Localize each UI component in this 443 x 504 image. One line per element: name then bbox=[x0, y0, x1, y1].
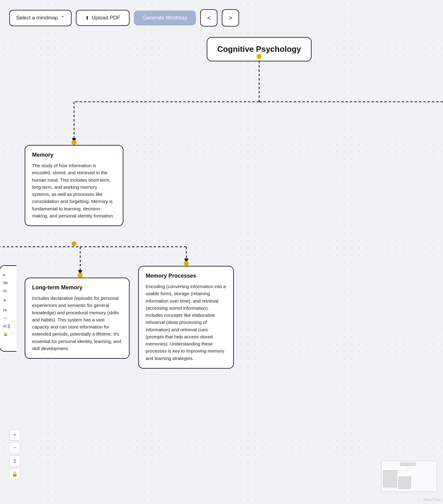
root-node-title: Cognitive Psychology bbox=[216, 44, 302, 54]
memory-node[interactable]: Memory The study of how information is e… bbox=[25, 145, 123, 226]
tool-fit-button[interactable]: [] bbox=[9, 455, 20, 466]
generate-mindmap-button[interactable]: Generate Mindmap bbox=[134, 10, 196, 25]
root-bottom-dot bbox=[257, 54, 262, 59]
generate-label: Generate Mindmap bbox=[143, 15, 188, 21]
toolbar: Select a mindmap ⌃ ⬆ Upload PDF Generate… bbox=[9, 9, 239, 27]
svg-rect-11 bbox=[383, 470, 397, 487]
processes-top-dot bbox=[184, 261, 189, 266]
memory-top-dot bbox=[72, 140, 77, 145]
react-flow-label: React Flow bbox=[424, 498, 441, 502]
longterm-top-dot bbox=[78, 273, 83, 278]
processes-node-title: Memory Processes bbox=[146, 273, 226, 279]
longterm-node-title: Long-term Memory bbox=[32, 284, 122, 291]
svg-rect-10 bbox=[400, 463, 416, 466]
chevron-left-icon: < bbox=[207, 14, 211, 22]
minimap bbox=[381, 461, 437, 492]
processes-node[interactable]: Memory Processes Encoding (converting in… bbox=[138, 266, 234, 369]
nav-prev-button[interactable]: < bbox=[200, 9, 217, 27]
longterm-node[interactable]: Long-term Memory Includes declarative (e… bbox=[25, 278, 130, 359]
upload-label: Upload PDF bbox=[92, 15, 120, 21]
memory-node-body: The study of how information is encoded,… bbox=[32, 162, 116, 219]
tool-lock-button[interactable]: 🔒 bbox=[9, 468, 20, 479]
chevron-down-icon: ⌃ bbox=[60, 15, 65, 21]
processes-node-body: Encoding (converting information into a … bbox=[146, 283, 226, 362]
nav-next-button[interactable]: > bbox=[222, 9, 239, 27]
select-mindmap-label: Select a mindmap bbox=[16, 15, 58, 21]
chevron-right-icon: > bbox=[229, 14, 232, 22]
select-mindmap-button[interactable]: Select a mindmap ⌃ bbox=[9, 10, 72, 26]
bottom-toolbar: + − [] 🔒 bbox=[9, 429, 20, 479]
tool-plus-button[interactable]: + bbox=[9, 429, 20, 440]
partial-left-node: e dic n) + ra — e) [] 🔒 bbox=[0, 265, 16, 352]
memory-node-title: Memory bbox=[32, 152, 116, 158]
canvas-background bbox=[0, 0, 443, 504]
longterm-node-body: Includes declarative (episodic for perso… bbox=[32, 295, 122, 352]
memory-bottom-dot bbox=[72, 241, 77, 246]
tool-minus-button[interactable]: − bbox=[9, 442, 20, 453]
upload-pdf-button[interactable]: ⬆ Upload PDF bbox=[76, 10, 130, 26]
upload-icon: ⬆ bbox=[85, 15, 89, 21]
